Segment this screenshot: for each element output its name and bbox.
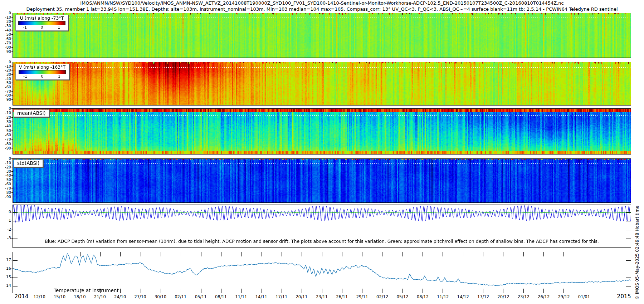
y-tick-label: -10: [0, 111, 11, 114]
mean-absi-heatmap: [13, 109, 631, 154]
y-tick-label: -80: [0, 142, 11, 146]
x-axis-end-year: 2015: [617, 293, 631, 300]
colorbar-tick: 0: [41, 25, 43, 30]
y-tick-mark: [11, 83, 13, 83]
y-tick-mark: [11, 212, 13, 212]
y-tick-label: -20: [0, 116, 11, 119]
x-tick-label: 20/12: [497, 294, 509, 299]
y-tick-label: -90: [0, 146, 11, 150]
colorbar-tick: -1: [23, 74, 27, 79]
y-tick-label: -90: [0, 50, 11, 53]
x-tick-label: 26/12: [538, 294, 550, 299]
v-legend-title: V (m/s) along -163°T: [18, 64, 66, 70]
y-tick-mark: [11, 74, 13, 75]
y-tick-label: -70: [0, 186, 11, 190]
u-legend-title: U (m/s) along -73°T: [18, 15, 65, 21]
y-tick-label: -20: [0, 68, 11, 72]
x-tick-label: 05/12: [396, 294, 408, 299]
y-tick-label: -70: [0, 41, 11, 45]
panel-mean-absi: mean(ABSI): [13, 108, 631, 155]
y-tick-label: -70: [0, 89, 11, 93]
y-tick-label: 0: [0, 210, 11, 214]
y-tick-mark: [11, 66, 13, 67]
x-tick-label: 26/11: [336, 294, 348, 299]
y-tick-mark: [11, 52, 13, 52]
y-tick-label: -20: [0, 20, 11, 23]
x-tick-label: 18/10: [74, 294, 86, 299]
y-tick-mark: [11, 108, 13, 109]
colorbar-tick: -1: [23, 25, 27, 30]
y-tick-label: -60: [0, 37, 11, 40]
y-tick-label: -90: [0, 195, 11, 198]
x-tick-label: 12/10: [34, 294, 45, 299]
v-colorbar-ticks: -1 0 1: [19, 74, 66, 79]
y-tick-label: -40: [0, 77, 11, 80]
x-tick-label: 14/11: [255, 294, 267, 299]
y-tick-label: -50: [0, 129, 11, 132]
y-tick-mark: [11, 167, 13, 167]
y-tick-label: -60: [0, 133, 11, 137]
y-tick-mark: [11, 260, 13, 260]
y-tick-mark: [11, 13, 13, 13]
y-tick-mark: [11, 269, 13, 269]
y-tick-mark: [11, 70, 13, 70]
u-velocity-heatmap: [13, 13, 631, 58]
y-tick-mark: [11, 175, 13, 176]
y-tick-mark: [11, 158, 13, 159]
std-absi-label: std(ABSI): [14, 160, 43, 167]
y-tick-label: -60: [0, 85, 11, 89]
x-tick-label: 17/11: [275, 294, 287, 299]
y-tick-label: 0: [0, 107, 11, 110]
y-tick-mark: [11, 148, 13, 148]
x-tick-label: 17/12: [477, 294, 489, 299]
y-tick-label: -30: [0, 170, 11, 173]
colorbar-tick: 0: [41, 74, 44, 79]
y-tick-mark: [11, 139, 13, 139]
y-tick-label: 14: [0, 284, 11, 288]
y-tick-mark: [11, 286, 13, 286]
y-tick-mark: [11, 144, 13, 144]
y-tick-label: -80: [0, 191, 11, 194]
y-tick-mark: [11, 113, 13, 113]
x-tick-label: 05/11: [195, 294, 207, 299]
x-axis-start-year: 2014: [14, 293, 28, 300]
y-tick-mark: [11, 43, 13, 43]
y-tick-label: -30: [0, 73, 11, 76]
x-tick-label: 29/11: [356, 294, 368, 299]
mean-absi-label: mean(ABSI): [14, 109, 49, 117]
panel-temperature: [13, 252, 631, 293]
y-tick-mark: [11, 95, 13, 95]
y-tick-mark: [11, 34, 13, 35]
y-tick-mark: [11, 21, 13, 22]
y-tick-label: 0: [0, 60, 11, 64]
y-tick-label: -40: [0, 28, 11, 32]
x-tick-label: 29/12: [558, 294, 570, 299]
y-tick-mark: [11, 117, 13, 118]
u-colorbar-ticks: -1 0 1: [18, 25, 65, 30]
x-tick-label: 15/10: [54, 294, 65, 299]
y-tick-mark: [11, 30, 13, 30]
panel-u-velocity: U (m/s) along -73°T -1 0 1: [13, 13, 631, 58]
y-tick-label: -30: [0, 120, 11, 123]
y-tick-label: 16: [0, 267, 11, 270]
y-tick-mark: [11, 277, 13, 278]
temperature-label: Temperature at instrument: [54, 288, 119, 293]
x-tick-label: 23/11: [316, 294, 328, 299]
y-tick-mark: [11, 62, 13, 62]
y-tick-label: -40: [0, 173, 11, 177]
y-tick-label: -10: [0, 64, 11, 68]
y-tick-label: -70: [0, 137, 11, 141]
x-tick-label: 02/12: [376, 294, 388, 299]
jet-colorbar: [18, 21, 65, 25]
y-tick-mark: [11, 197, 13, 197]
colorbar-tick: 1: [58, 25, 60, 30]
y-tick-mark: [11, 184, 13, 184]
y-tick-label: -40: [0, 124, 11, 128]
x-tick-label: 20/11: [296, 294, 308, 299]
x-tick-label: 11/11: [235, 294, 247, 299]
x-tick-label: 24/10: [114, 294, 126, 299]
u-colorbar-legend: U (m/s) along -73°T -1 0 1: [15, 15, 68, 31]
y-tick-label: -50: [0, 33, 11, 36]
y-tick-mark: [11, 188, 13, 188]
y-tick-mark: [11, 180, 13, 180]
